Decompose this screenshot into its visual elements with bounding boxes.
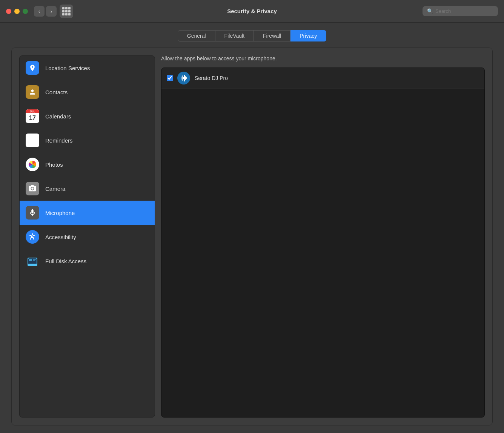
camera-icon	[26, 182, 39, 195]
main-content: General FileVault Firewall Privacy Locat…	[0, 23, 504, 433]
tab-firewall[interactable]: Firewall	[254, 30, 290, 41]
tab-filevault[interactable]: FileVault	[215, 30, 254, 41]
right-content: Allow the apps below to access your micr…	[161, 55, 485, 418]
window-title: Security & Privacy	[227, 8, 277, 14]
tabs: General FileVault Firewall Privacy	[11, 30, 493, 41]
sidebar-label-location: Location Services	[45, 65, 90, 71]
search-box: 🔍	[423, 6, 498, 16]
svg-rect-6	[33, 259, 36, 260]
sidebar-item-accessibility[interactable]: Accessibility	[20, 225, 155, 249]
tab-privacy[interactable]: Privacy	[290, 30, 326, 41]
contacts-icon	[26, 85, 39, 99]
panel-inner: Location Services Contacts JUL 17	[19, 55, 485, 418]
serato-icon	[177, 72, 190, 84]
minimize-button[interactable]	[14, 9, 20, 14]
maximize-button[interactable]	[23, 9, 28, 14]
grid-button[interactable]	[60, 5, 73, 18]
sidebar-item-reminders[interactable]: Reminders	[20, 128, 155, 152]
sidebar: Location Services Contacts JUL 17	[19, 55, 155, 418]
svg-rect-7	[33, 260, 35, 261]
accessibility-icon	[26, 230, 39, 244]
traffic-lights	[6, 9, 28, 14]
microphone-icon	[26, 206, 39, 220]
sidebar-item-microphone[interactable]: Microphone	[20, 201, 155, 225]
microphone-description: Allow the apps below to access your micr…	[161, 55, 485, 61]
svg-rect-12	[184, 75, 185, 81]
photos-icon	[26, 158, 39, 171]
sidebar-label-photos: Photos	[45, 161, 63, 168]
apps-list: Serato DJ Pro	[161, 68, 485, 418]
sidebar-item-camera[interactable]: Camera	[20, 177, 155, 201]
sidebar-item-fulldisk[interactable]: Full Disk Access	[20, 249, 155, 273]
nav-buttons: ‹ ›	[34, 6, 57, 17]
sidebar-item-contacts[interactable]: Contacts	[20, 80, 155, 104]
serato-name: Serato DJ Pro	[195, 75, 228, 81]
tab-general[interactable]: General	[178, 30, 215, 41]
privacy-panel: Location Services Contacts JUL 17	[11, 48, 493, 425]
forward-button[interactable]: ›	[46, 6, 57, 17]
close-button[interactable]	[6, 9, 11, 14]
calendar-month: JUL	[26, 109, 39, 113]
svg-rect-9	[181, 77, 181, 80]
sidebar-label-accessibility: Accessibility	[45, 234, 76, 240]
search-icon: 🔍	[427, 8, 433, 14]
svg-rect-14	[186, 77, 187, 79]
sidebar-label-camera: Camera	[45, 186, 65, 192]
sidebar-label-reminders: Reminders	[45, 137, 73, 144]
app-item-serato: Serato DJ Pro	[161, 68, 484, 89]
sidebar-item-photos[interactable]: Photos	[20, 152, 155, 177]
svg-rect-11	[183, 77, 184, 79]
svg-rect-13	[185, 76, 186, 80]
titlebar: ‹ › Security & Privacy 🔍	[0, 0, 504, 23]
sidebar-item-calendars[interactable]: JUL 17 Calendars	[20, 104, 155, 128]
sidebar-label-fulldisk: Full Disk Access	[45, 258, 86, 264]
svg-rect-5	[29, 259, 32, 261]
calendar-day: 17	[29, 113, 36, 123]
grid-icon	[62, 7, 71, 15]
search-input[interactable]	[435, 8, 493, 14]
serato-checkbox[interactable]	[167, 75, 173, 81]
back-button[interactable]: ‹	[34, 6, 45, 17]
reminders-icon	[26, 134, 39, 147]
location-icon	[26, 61, 39, 75]
svg-rect-10	[182, 75, 183, 81]
calendars-icon: JUL 17	[26, 109, 39, 123]
svg-rect-4	[28, 264, 37, 266]
fulldisk-icon	[26, 254, 39, 268]
sidebar-item-location[interactable]: Location Services	[20, 56, 155, 80]
sidebar-label-calendars: Calendars	[45, 113, 71, 120]
sidebar-label-contacts: Contacts	[45, 89, 68, 95]
svg-point-1	[32, 233, 33, 235]
sidebar-label-microphone: Microphone	[45, 210, 75, 216]
